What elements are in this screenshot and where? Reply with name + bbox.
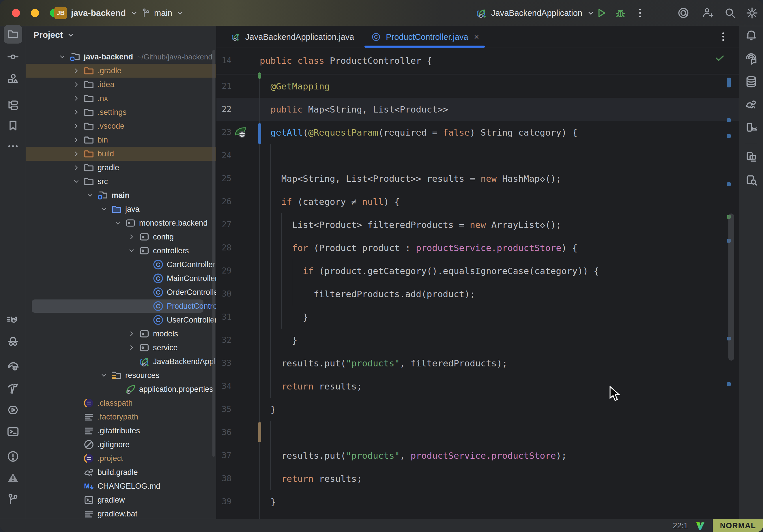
error-stripe-mark[interactable]	[727, 78, 731, 87]
tab-JavaBackendApplication.java[interactable]: JavaBackendApplication.java	[222, 26, 362, 48]
tree-row-build[interactable]: build	[26, 147, 216, 161]
tree-row-gradlew[interactable]: gradlew	[26, 493, 216, 507]
stripe-item-pull-requests[interactable]	[4, 69, 22, 88]
stripe-item-profiler[interactable]	[4, 357, 22, 375]
tree-row-UserController[interactable]: CUserController	[26, 313, 216, 327]
chevron-right-icon[interactable]	[125, 327, 138, 341]
ideavim-icon[interactable]	[696, 521, 705, 531]
tree-row-service[interactable]: service	[26, 341, 216, 355]
tree-row-MainController[interactable]: CMainController	[26, 271, 216, 285]
caret-position-widget[interactable]: 22:1	[673, 519, 688, 532]
tree-row-main[interactable]: main	[26, 188, 216, 202]
tree-row-models[interactable]: models	[26, 327, 216, 341]
vcs-change-marker[interactable]	[258, 422, 261, 442]
stripe-item-build[interactable]	[4, 379, 22, 397]
tree-row-resources[interactable]: resources	[26, 369, 216, 382]
code-area[interactable]: 21 @GetMapping22 public Map<String, List…	[216, 26, 739, 519]
chevron-right-icon[interactable]	[70, 161, 82, 174]
code-line-25[interactable]: 25 Map<String, List<Product>> results = …	[216, 167, 739, 190]
tree-row-.classpath[interactable]: .classpath	[26, 396, 216, 410]
chevron-right-icon[interactable]	[70, 147, 82, 161]
code-line-29[interactable]: 29 if (product.getCategory().equalsIgnor…	[216, 260, 739, 282]
stripe-item-database[interactable]	[742, 72, 760, 91]
editor-scrollbar[interactable]	[728, 213, 734, 361]
chevron-right-icon[interactable]	[70, 119, 82, 133]
tree-row-.gitignore[interactable]: .gitignore	[26, 438, 216, 452]
stripe-item-device-manager[interactable]	[742, 119, 760, 137]
tree-row-gradle[interactable]: gradle	[26, 161, 216, 174]
tree-row-.idea[interactable]: .idea	[26, 78, 216, 91]
debug-button[interactable]	[614, 7, 627, 19]
chevron-right-icon[interactable]	[125, 341, 138, 355]
code-line-23[interactable]: 23 getAll(@RequestParam(required = false…	[216, 121, 739, 144]
spring-mapping-icon[interactable]	[234, 126, 248, 139]
code-line-31[interactable]: 31 }	[216, 305, 739, 329]
tree-row-.factorypath[interactable]: .factorypath	[26, 410, 216, 424]
stripe-item-device-explorer[interactable]	[742, 171, 760, 189]
minimize-window-button[interactable]	[31, 9, 39, 17]
tree-row-gradlew.bat[interactable]: gradlew.bat	[26, 507, 216, 519]
code-line-32[interactable]: 32 }	[216, 329, 739, 352]
chevron-right-icon[interactable]	[70, 91, 82, 105]
stripe-item-problems[interactable]	[4, 447, 22, 466]
stripe-item-running-devices[interactable]	[742, 148, 760, 166]
chevron-down-icon[interactable]	[111, 216, 124, 230]
code-line-37[interactable]: 37 results.put("products", productServic…	[216, 444, 739, 467]
chevron-right-icon[interactable]	[70, 105, 82, 119]
close-window-button[interactable]	[12, 9, 20, 17]
stripe-item-privacy[interactable]	[4, 332, 22, 351]
tree-row-.gradle[interactable]: .gradle	[26, 64, 216, 78]
settings-gear-icon[interactable]	[746, 7, 758, 19]
chevron-right-icon[interactable]	[70, 133, 82, 147]
tree-row-config[interactable]: config	[26, 230, 216, 244]
error-stripe-mark[interactable]	[727, 134, 731, 138]
tree-row-.gitattributes[interactable]: .gitattributes	[26, 424, 216, 438]
stripe-item-notifications[interactable]	[742, 26, 760, 45]
error-stripe-mark[interactable]	[727, 182, 731, 186]
tree-row-java-backend[interactable]: java-backend~/Github/java-backend	[26, 50, 216, 64]
error-stripe-mark[interactable]	[727, 118, 731, 122]
run-button[interactable]	[595, 7, 608, 19]
code-line-30[interactable]: 30 filteredProducts.add(product);	[216, 282, 739, 305]
tree-row-controllers[interactable]: controllers	[26, 244, 216, 258]
tree-row-bin[interactable]: bin	[26, 133, 216, 147]
code-line-28[interactable]: 28 for (Product product : productService…	[216, 236, 739, 260]
stripe-item-commit[interactable]	[4, 48, 22, 66]
add-user-icon[interactable]	[701, 7, 714, 19]
tree-row-.settings[interactable]: .settings	[26, 105, 216, 119]
code-line-22[interactable]: 22 public Map<String, List<Product>>	[216, 98, 739, 121]
stripe-item-ai-plugin[interactable]	[4, 311, 22, 330]
stripe-item-terminal[interactable]	[4, 422, 22, 441]
run-configuration-widget[interactable]: JavaBackendApplication	[476, 7, 595, 19]
chevron-down-icon[interactable]	[98, 202, 110, 216]
close-tab-icon[interactable]: ×	[474, 32, 479, 42]
tree-row-monostore.backend[interactable]: monostore.backend	[26, 216, 216, 230]
inspections-ok-icon[interactable]	[714, 52, 725, 64]
chevron-down-icon[interactable]	[70, 174, 82, 188]
chevron-down-icon[interactable]	[98, 369, 110, 382]
code-line-35[interactable]: 35 }	[216, 398, 739, 421]
project-widget[interactable]: JB java-backend	[54, 7, 139, 19]
code-line-36[interactable]: 36	[216, 421, 739, 444]
stripe-item-structure[interactable]	[4, 96, 22, 115]
ai-assistant-icon[interactable]	[677, 7, 690, 19]
search-icon[interactable]	[724, 7, 736, 19]
stripe-item-gradle[interactable]	[742, 95, 760, 114]
code-line-24[interactable]: 24	[216, 144, 739, 167]
tree-row-build.gradle[interactable]: build.gradle	[26, 465, 216, 479]
tree-row-java[interactable]: java	[26, 202, 216, 216]
stripe-item-more-tool-windows[interactable]	[4, 137, 22, 156]
chevron-right-icon[interactable]	[125, 230, 138, 244]
code-line-33[interactable]: 33 results.put("products", filteredProdu…	[216, 352, 739, 375]
tab-options-kebab-icon[interactable]	[717, 30, 729, 43]
stripe-item-project[interactable]	[4, 25, 22, 44]
tree-row-src[interactable]: src	[26, 174, 216, 188]
stripe-item-bookmarks[interactable]	[4, 116, 22, 135]
tree-row-CHANGELOG.md[interactable]: MCHANGELOG.md	[26, 479, 216, 493]
project-panel-header[interactable]: Project	[26, 26, 216, 44]
vcs-change-marker[interactable]	[258, 123, 261, 144]
tree-row-ProductController[interactable]: CProductController	[26, 299, 216, 313]
tree-row-.vscode[interactable]: .vscode	[26, 119, 216, 133]
chevron-right-icon[interactable]	[70, 64, 82, 78]
stripe-item-ai-assistant[interactable]	[742, 49, 760, 68]
